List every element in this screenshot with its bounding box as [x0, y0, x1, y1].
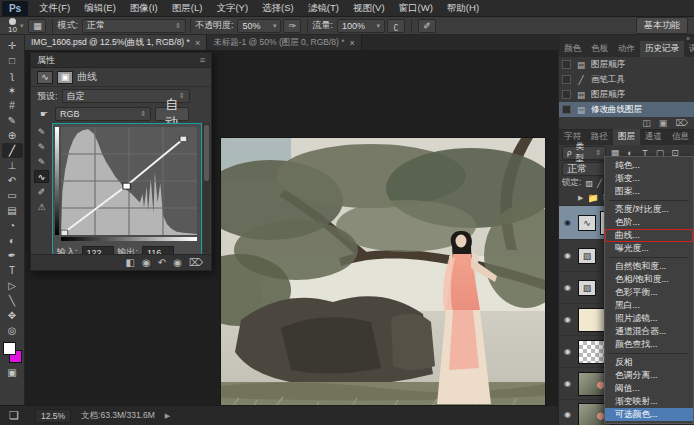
mask-badge-icon[interactable]: ▣	[57, 71, 73, 84]
document-tab-inactive[interactable]: 未标题-1 @ 50% (图层 0, RGB/8) * ×	[207, 35, 362, 50]
pressure-size-icon[interactable]: ✐	[418, 19, 436, 33]
zoom-level-field[interactable]: 12.5%	[35, 409, 71, 423]
view-previous-state-icon[interactable]: ◉	[142, 257, 151, 268]
screen-mode-icon[interactable]: ❏	[3, 407, 25, 425]
magic-wand-tool-icon[interactable]: ✶	[2, 83, 23, 98]
menu-item-color-balance[interactable]: 色彩平衡...	[605, 286, 693, 299]
foreground-color-swatch[interactable]	[3, 342, 16, 355]
blur-tool-icon[interactable]: ◔	[2, 218, 23, 233]
tab-color[interactable]: 颜色	[559, 41, 586, 57]
document-image[interactable]	[221, 138, 545, 425]
menu-item-gradient-map[interactable]: 渐变映射...	[605, 395, 693, 408]
menu-item-hue-saturation[interactable]: 色相/饱和度...	[605, 273, 693, 286]
eye-icon[interactable]: ◉	[561, 251, 574, 260]
menu-help[interactable]: 帮助(H)	[440, 2, 486, 15]
flow-select[interactable]: 100% ▾	[337, 19, 385, 33]
tab-info[interactable]: 信息	[667, 129, 694, 145]
channel-select[interactable]: RGB ⇕	[55, 107, 151, 121]
brush-preset-picker[interactable]: 10	[8, 18, 17, 34]
menu-item-black-white[interactable]: 黑白...	[605, 299, 693, 312]
tab-history[interactable]: 历史记录	[640, 41, 684, 57]
eye-icon[interactable]: ◉	[561, 218, 574, 227]
status-options-arrow-icon[interactable]: ▶	[165, 412, 170, 420]
eye-icon[interactable]: ◉	[561, 315, 574, 324]
history-source-checkbox[interactable]	[562, 75, 571, 84]
history-entry-selected[interactable]: ▤ 修改曲线图层	[559, 102, 694, 117]
menu-type[interactable]: 文字(Y)	[209, 2, 255, 15]
tab-actions[interactable]: 动作	[613, 41, 640, 57]
menu-window[interactable]: 窗口(W)	[392, 2, 440, 15]
clip-to-layer-icon[interactable]: ◧	[126, 257, 135, 268]
menu-item-threshold[interactable]: 阈值...	[605, 382, 693, 395]
history-source-checkbox[interactable]	[562, 60, 571, 69]
toggle-brush-panel-icon[interactable]: ▦	[28, 19, 46, 33]
curves-layer-thumbnail[interactable]: ∿	[578, 215, 596, 231]
healing-brush-tool-icon[interactable]: ⊕	[2, 128, 23, 143]
eye-icon[interactable]: ◉	[561, 410, 574, 419]
airbrush-icon[interactable]: ʗ	[387, 19, 405, 33]
menu-image[interactable]: 图像(I)	[123, 2, 165, 15]
close-tab-icon[interactable]: ×	[195, 38, 200, 48]
menu-item-photo-filter[interactable]: 照片滤镜...	[605, 312, 693, 325]
group-expander-icon[interactable]: ▶	[578, 194, 583, 202]
menu-layer[interactable]: 图层(L)	[165, 2, 210, 15]
clone-stamp-tool-icon[interactable]: ⊥	[2, 158, 23, 173]
menu-item-posterize[interactable]: 色调分离...	[605, 369, 693, 382]
menu-item-selective-color[interactable]: 可选颜色...	[605, 408, 693, 421]
properties-scrollbar[interactable]	[203, 123, 210, 253]
eraser-tool-icon[interactable]: ▭	[2, 188, 23, 203]
history-brush-tool-icon[interactable]: ↶	[2, 173, 23, 188]
type-tool-icon[interactable]: T	[2, 263, 23, 278]
menu-item-levels[interactable]: 色阶...	[605, 216, 693, 229]
menu-item-brightness-contrast[interactable]: 亮度/对比度...	[605, 203, 693, 216]
move-tool-icon[interactable]: ✛	[2, 38, 23, 53]
delete-adjustment-icon[interactable]: ⌦	[189, 257, 203, 268]
lock-paint-icon[interactable]: ╱	[597, 179, 602, 188]
eye-icon[interactable]: ◉	[561, 379, 574, 388]
menu-item-exposure[interactable]: 曝光度...	[605, 242, 693, 255]
menu-item-curves[interactable]: 曲线...	[605, 229, 693, 242]
adjustment-layer-thumbnail[interactable]: ▨	[578, 280, 596, 296]
delete-state-icon[interactable]: ⌦	[675, 118, 688, 128]
opacity-select[interactable]: 50% ▾	[237, 19, 281, 33]
tab-swatches[interactable]: 色板	[586, 41, 613, 57]
adjustment-layer-thumbnail[interactable]: ▨	[578, 248, 596, 264]
menu-item-solid-color[interactable]: 纯色...	[605, 159, 693, 172]
white-point-eyedropper-icon[interactable]: ✎	[34, 155, 49, 168]
history-source-checkbox[interactable]	[562, 90, 571, 99]
eye-icon[interactable]: ◉	[561, 283, 574, 292]
new-doc-from-state-icon[interactable]: ◫	[642, 118, 651, 128]
curve-grid-frame[interactable]: 输入: 122 输出: 116	[52, 123, 202, 269]
menu-item-vibrance[interactable]: 自然饱和度...	[605, 260, 693, 273]
gradient-tool-icon[interactable]: ▤	[2, 203, 23, 218]
document-tab-active[interactable]: IMG_1606.psd @ 12.5%(曲线 1, RGB/8) * ×	[25, 35, 207, 50]
crop-tool-icon[interactable]: #	[2, 98, 23, 113]
menu-filter[interactable]: 滤镜(T)	[301, 2, 346, 15]
eye-icon[interactable]: ◉	[561, 347, 574, 356]
brush-picker-arrow-icon[interactable]: ▾	[20, 22, 24, 30]
pen-tool-icon[interactable]: ✒	[2, 248, 23, 263]
menu-view[interactable]: 视图(V)	[346, 2, 392, 15]
quick-mask-icon[interactable]: ▣	[2, 365, 23, 380]
brush-tool-icon[interactable]: ╱	[2, 143, 23, 158]
close-tab-icon[interactable]: ×	[350, 38, 355, 48]
workspace-switcher-button[interactable]: 基本功能	[636, 17, 688, 34]
eyedropper-tool-icon[interactable]: ✎	[2, 113, 23, 128]
blend-mode-select[interactable]: 正常 ⇕	[82, 19, 186, 33]
path-select-tool-icon[interactable]: ▷	[2, 278, 23, 293]
reset-icon[interactable]: ↶	[158, 257, 166, 268]
tab-layers[interactable]: 图层	[613, 129, 640, 145]
dodge-tool-icon[interactable]: ◐	[2, 233, 23, 248]
zoom-tool-icon[interactable]: ◎	[2, 323, 23, 338]
menu-item-gradient[interactable]: 渐变...	[605, 172, 693, 185]
history-entry[interactable]: ▤ 图层顺序	[559, 87, 694, 102]
menu-edit[interactable]: 编辑(E)	[77, 2, 123, 15]
black-point-eyedropper-icon[interactable]: ✎	[34, 125, 49, 138]
auto-button[interactable]: 自动	[155, 107, 189, 121]
filter-type-select[interactable]: ρ 类型 ⇕	[562, 146, 606, 160]
history-source-checkbox[interactable]	[562, 105, 571, 114]
history-entry[interactable]: ╱ 画笔工具	[559, 72, 694, 87]
lock-transparency-icon[interactable]: ▨	[585, 179, 593, 188]
tab-adjustments[interactable]: 调整	[684, 41, 694, 57]
hand-tool-icon[interactable]: ✥	[2, 308, 23, 323]
